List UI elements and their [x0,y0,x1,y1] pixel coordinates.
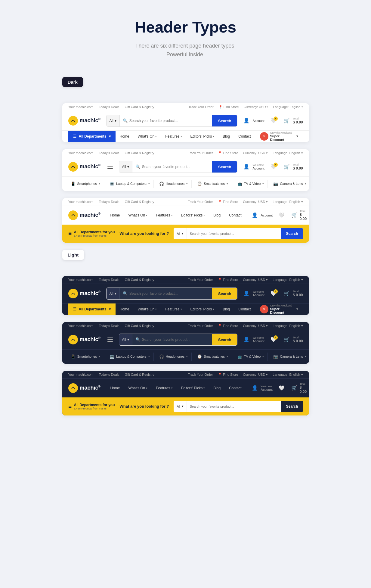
cat-laptop-2[interactable]: 💻 Laptop & Computers ▾ [106,180,154,188]
cat-tv-l2[interactable]: 📺 TV & Video ▾ [234,353,268,361]
search-button-l1[interactable]: Search [212,288,237,300]
account-item-l2[interactable]: 👤 Welcome Account [242,335,264,344]
find-3[interactable]: 📍 Find Store [218,200,238,204]
currency-l1[interactable]: Currency: USD ▾ [243,278,268,282]
nav-editors-l3[interactable]: Editors' Picks ▾ [177,382,209,394]
nav-whatson-l1[interactable]: What's On ▾ [134,303,161,315]
search-button-2[interactable]: Search [212,161,237,173]
language-2[interactable]: Language: English ▾ [273,151,303,155]
yellow-search-input-3[interactable] [187,228,281,239]
hamburger-2[interactable] [106,163,114,170]
logo-1[interactable]: machic® [68,116,101,126]
cat-headphones-l2[interactable]: 🎧 Headphones ▾ [156,353,192,361]
currency-3[interactable]: Currency: USD ▾ [243,200,268,204]
nav-features-l3[interactable]: Features ▾ [152,382,177,394]
find-l2[interactable]: 📍 Find Store [218,324,238,328]
yellow-search-cat-l3[interactable]: All ▾ [174,401,187,412]
your-site-l3[interactable]: Your machic.com [68,373,94,376]
cart-item-l1[interactable]: 🛒 Total $ 0.00 [283,289,303,298]
wishlist-item-1[interactable]: 🤍 6 [269,117,278,125]
nav-contact-l3[interactable]: Contact [225,382,246,394]
your-site-link[interactable]: Your machic.com [68,105,94,109]
cat-headphones-2[interactable]: 🎧 Headphones ▾ [156,180,192,188]
deals-link[interactable]: Today's Deals [99,105,119,109]
deals-2[interactable]: Today's Deals [99,151,119,155]
search-button-l2[interactable]: Search [212,334,237,346]
cat-camera-2[interactable]: 📷 Camera & Lens ▾ [270,180,309,188]
find-store-link[interactable]: 📍 Find Store [218,105,239,109]
search-category-1[interactable]: All ▾ [107,115,120,126]
nav-editors-1[interactable]: Editors' Picks ▾ [186,131,219,142]
gift-3[interactable]: Gift Card & Registry [125,200,154,204]
track-2[interactable]: Track Your Order [188,151,213,155]
search-input-2[interactable] [142,165,209,169]
nav-home-1[interactable]: Home [116,131,134,142]
nav-features-3[interactable]: Features ▾ [152,210,177,221]
nav-contact-3[interactable]: Contact [225,210,246,221]
deals-3[interactable]: Today's Deals [99,200,119,204]
account-item-3[interactable]: 👤 Account [251,211,273,219]
search-cat-l2[interactable]: All ▾ [119,334,132,345]
account-item-l3[interactable]: 👤 Welcome Account [251,384,273,392]
track-3[interactable]: Track Your Order [188,200,213,204]
logo-l3[interactable]: machic® [68,383,101,393]
language-l3[interactable]: Language: English ▾ [273,373,303,377]
find-l1[interactable]: 📍 Find Store [218,278,238,282]
deals-l1[interactable]: Today's Deals [99,278,119,282]
nav-features-l1[interactable]: Features ▾ [161,303,186,315]
yellow-search-btn-l3[interactable]: Search [281,401,303,412]
yellow-search-cat-3[interactable]: All ▾ [174,228,187,239]
track-l3[interactable]: Track Your Order [188,373,213,376]
nav-home-l1[interactable]: Home [116,303,134,315]
hamburger-l2[interactable] [106,336,114,343]
language-select[interactable]: Language: English ▾ [273,105,303,109]
your-site-l1[interactable]: Your machic.com [68,278,94,282]
find-2[interactable]: 📍 Find Store [218,151,238,155]
yellow-search-input-l3[interactable] [187,401,281,412]
track-link[interactable]: Track Your Order [188,105,213,109]
wishlist-item-2[interactable]: 🤍 6 [269,163,278,171]
cat-smartwatches-2[interactable]: ⌚ Smartwatches ▾ [193,180,232,188]
currency-select[interactable]: Currency: USD ▾ [243,105,268,109]
wishlist-item-l2[interactable]: 🤍 6 [269,335,278,344]
cart-item-l3[interactable]: 🛒 Total $ 0.00 [291,382,308,394]
search-input-l1[interactable] [129,291,209,296]
wishlist-item-3[interactable]: 🤍 [277,211,286,219]
track-l2[interactable]: Track Your Order [188,324,213,328]
your-site-2[interactable]: Your machic.com [68,151,94,155]
account-item-2[interactable]: 👤 Welcome Account [242,163,264,171]
cat-tv-2[interactable]: 📺 TV & Video ▾ [234,180,268,188]
currency-2[interactable]: Currency: USD ▾ [243,151,268,155]
search-input-l2[interactable] [142,338,209,342]
nav-home-l3[interactable]: Home [106,382,124,394]
nav-whatson-3[interactable]: What's On ▾ [124,210,152,221]
gift-link[interactable]: Gift Card & Registry [125,105,154,109]
cat-laptop-l2[interactable]: 💻 Laptop & Computers ▾ [106,353,154,361]
logo-l2[interactable]: machic® [68,335,101,344]
nav-whatson-l3[interactable]: What's On ▾ [124,382,152,394]
cart-item-3[interactable]: 🛒 Total $ 0.00 [291,210,308,221]
logo-2[interactable]: machic® [68,162,101,172]
nav-blog-l3[interactable]: Blog [209,382,225,394]
search-cat-2[interactable]: All ▾ [119,161,132,173]
nav-features-1[interactable]: Features ▾ [161,131,186,142]
your-site-l2[interactable]: Your machic.com [68,324,94,328]
wishlist-item-l3[interactable]: 🤍 [277,384,286,392]
cart-item-2[interactable]: 🛒 Total $ 0.00 [283,163,303,171]
cat-smartwatches-l2[interactable]: ⌚ Smartwatches ▾ [193,353,232,361]
currency-l2[interactable]: Currency: USD ▾ [243,324,268,328]
deals-l3[interactable]: Today's Deals [99,373,119,376]
language-l1[interactable]: Language: English ▾ [273,278,303,282]
gift-l2[interactable]: Gift Card & Registry [125,324,154,328]
track-l1[interactable]: Track Your Order [188,278,213,282]
nav-blog-3[interactable]: Blog [209,210,225,221]
nav-contact-l1[interactable]: Contact [234,303,255,315]
all-dept-1[interactable]: ☰ All Departments ▾ [68,131,116,142]
all-dept-l1[interactable]: ☰ All Departments ▾ [68,303,116,315]
find-l3[interactable]: 📍 Find Store [218,373,238,377]
gift-2[interactable]: Gift Card & Registry [125,151,154,155]
cat-camera-l2[interactable]: 📷 Camera & Lens ▾ [270,353,309,361]
cart-item-1[interactable]: 🛒 Total $ 0.00 [283,117,303,125]
nav-blog-1[interactable]: Blog [218,131,234,142]
currency-l3[interactable]: Currency: USD ▾ [243,373,268,377]
